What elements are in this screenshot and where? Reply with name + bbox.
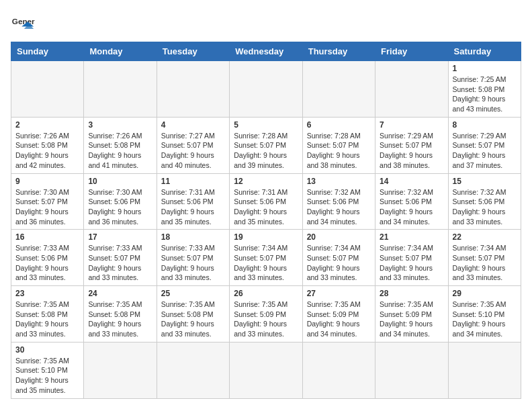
- calendar-cell-5-4: [302, 342, 375, 398]
- day-info: Sunrise: 7:27 AM Sunset: 5:07 PM Dayligh…: [161, 131, 225, 171]
- calendar-cell-3-3: 19Sunrise: 7:34 AM Sunset: 5:07 PM Dayli…: [230, 230, 302, 286]
- calendar-week-row-1: 2Sunrise: 7:26 AM Sunset: 5:08 PM Daylig…: [11, 117, 521, 173]
- calendar-cell-1-1: 3Sunrise: 7:26 AM Sunset: 5:08 PM Daylig…: [84, 117, 157, 173]
- day-info: Sunrise: 7:35 AM Sunset: 5:09 PM Dayligh…: [234, 300, 298, 339]
- calendar-cell-4-1: 24Sunrise: 7:35 AM Sunset: 5:08 PM Dayli…: [84, 286, 157, 342]
- day-info: Sunrise: 7:26 AM Sunset: 5:08 PM Dayligh…: [15, 131, 79, 171]
- day-number: 19: [234, 232, 298, 242]
- weekday-header-saturday: Saturday: [448, 42, 521, 61]
- day-number: 16: [15, 232, 79, 242]
- calendar-cell-1-5: 7Sunrise: 7:29 AM Sunset: 5:07 PM Daylig…: [375, 117, 448, 173]
- day-info: Sunrise: 7:35 AM Sunset: 5:10 PM Dayligh…: [15, 356, 79, 396]
- day-info: Sunrise: 7:35 AM Sunset: 5:09 PM Dayligh…: [380, 300, 443, 339]
- calendar-cell-3-6: 22Sunrise: 7:34 AM Sunset: 5:07 PM Dayli…: [448, 230, 521, 286]
- day-number: 20: [307, 232, 371, 242]
- generalblue-logo-icon: General: [11, 11, 35, 35]
- day-info: Sunrise: 7:28 AM Sunset: 5:07 PM Dayligh…: [234, 131, 298, 171]
- day-info: Sunrise: 7:29 AM Sunset: 5:07 PM Dayligh…: [453, 131, 517, 171]
- calendar-cell-4-6: 29Sunrise: 7:35 AM Sunset: 5:10 PM Dayli…: [448, 286, 521, 342]
- calendar-cell-0-5: [375, 61, 448, 118]
- day-number: 22: [453, 232, 517, 242]
- day-number: 25: [161, 289, 225, 298]
- day-info: Sunrise: 7:31 AM Sunset: 5:06 PM Dayligh…: [161, 187, 225, 227]
- day-number: 21: [380, 232, 443, 242]
- calendar-cell-1-4: 6Sunrise: 7:28 AM Sunset: 5:07 PM Daylig…: [302, 117, 375, 173]
- day-info: Sunrise: 7:35 AM Sunset: 5:10 PM Dayligh…: [453, 300, 517, 339]
- calendar-cell-2-3: 12Sunrise: 7:31 AM Sunset: 5:06 PM Dayli…: [230, 173, 302, 230]
- day-info: Sunrise: 7:32 AM Sunset: 5:06 PM Dayligh…: [380, 187, 443, 227]
- day-info: Sunrise: 7:29 AM Sunset: 5:07 PM Dayligh…: [380, 131, 443, 171]
- calendar-cell-5-6: [448, 342, 521, 398]
- day-number: 2: [15, 120, 79, 130]
- calendar-cell-0-0: [11, 61, 84, 118]
- day-number: 3: [88, 120, 152, 130]
- weekday-header-sunday: Sunday: [11, 42, 84, 61]
- calendar-cell-3-4: 20Sunrise: 7:34 AM Sunset: 5:07 PM Dayli…: [302, 230, 375, 286]
- calendar-cell-3-0: 16Sunrise: 7:33 AM Sunset: 5:06 PM Dayli…: [11, 230, 84, 286]
- calendar-cell-5-5: [375, 342, 448, 398]
- day-number: 8: [453, 120, 517, 130]
- calendar-cell-3-1: 17Sunrise: 7:33 AM Sunset: 5:07 PM Dayli…: [84, 230, 157, 286]
- day-number: 6: [307, 120, 371, 130]
- calendar-cell-0-3: [230, 61, 302, 118]
- day-info: Sunrise: 7:33 AM Sunset: 5:06 PM Dayligh…: [15, 243, 79, 283]
- day-number: 4: [161, 120, 225, 130]
- day-info: Sunrise: 7:32 AM Sunset: 5:06 PM Dayligh…: [453, 187, 517, 227]
- calendar-cell-2-6: 15Sunrise: 7:32 AM Sunset: 5:06 PM Dayli…: [448, 173, 521, 230]
- day-info: Sunrise: 7:32 AM Sunset: 5:06 PM Dayligh…: [307, 187, 371, 227]
- calendar-cell-0-6: 1Sunrise: 7:25 AM Sunset: 5:08 PM Daylig…: [448, 61, 521, 118]
- calendar-cell-1-6: 8Sunrise: 7:29 AM Sunset: 5:07 PM Daylig…: [448, 117, 521, 173]
- calendar-cell-4-5: 28Sunrise: 7:35 AM Sunset: 5:09 PM Dayli…: [375, 286, 448, 342]
- calendar-cell-4-2: 25Sunrise: 7:35 AM Sunset: 5:08 PM Dayli…: [157, 286, 229, 342]
- calendar-cell-1-0: 2Sunrise: 7:26 AM Sunset: 5:08 PM Daylig…: [11, 117, 84, 173]
- day-number: 24: [88, 289, 152, 298]
- day-number: 9: [15, 177, 79, 186]
- day-info: Sunrise: 7:33 AM Sunset: 5:07 PM Dayligh…: [88, 243, 152, 283]
- day-info: Sunrise: 7:35 AM Sunset: 5:08 PM Dayligh…: [88, 300, 152, 339]
- day-number: 5: [234, 120, 298, 130]
- day-info: Sunrise: 7:30 AM Sunset: 5:06 PM Dayligh…: [88, 187, 152, 227]
- day-info: Sunrise: 7:25 AM Sunset: 5:08 PM Dayligh…: [453, 75, 517, 114]
- calendar-cell-4-0: 23Sunrise: 7:35 AM Sunset: 5:08 PM Dayli…: [11, 286, 84, 342]
- day-info: Sunrise: 7:35 AM Sunset: 5:08 PM Dayligh…: [161, 300, 225, 339]
- day-info: Sunrise: 7:34 AM Sunset: 5:07 PM Dayligh…: [234, 243, 298, 283]
- day-info: Sunrise: 7:30 AM Sunset: 5:07 PM Dayligh…: [15, 187, 79, 227]
- calendar-cell-2-2: 11Sunrise: 7:31 AM Sunset: 5:06 PM Dayli…: [157, 173, 229, 230]
- day-number: 14: [380, 177, 443, 186]
- weekday-header-friday: Friday: [375, 42, 448, 61]
- calendar-cell-1-2: 4Sunrise: 7:27 AM Sunset: 5:07 PM Daylig…: [157, 117, 229, 173]
- calendar-cell-2-4: 13Sunrise: 7:32 AM Sunset: 5:06 PM Dayli…: [302, 173, 375, 230]
- calendar-cell-0-4: [302, 61, 375, 118]
- calendar-cell-2-5: 14Sunrise: 7:32 AM Sunset: 5:06 PM Dayli…: [375, 173, 448, 230]
- day-number: 17: [88, 232, 152, 242]
- day-number: 10: [88, 177, 152, 186]
- calendar-cell-5-1: [84, 342, 157, 398]
- calendar-week-row-4: 23Sunrise: 7:35 AM Sunset: 5:08 PM Dayli…: [11, 286, 521, 342]
- calendar-cell-2-1: 10Sunrise: 7:30 AM Sunset: 5:06 PM Dayli…: [84, 173, 157, 230]
- calendar-cell-4-4: 27Sunrise: 7:35 AM Sunset: 5:09 PM Dayli…: [302, 286, 375, 342]
- day-number: 18: [161, 232, 225, 242]
- day-number: 28: [380, 289, 443, 298]
- day-number: 12: [234, 177, 298, 186]
- calendar-cell-0-1: [84, 61, 157, 118]
- calendar-cell-3-5: 21Sunrise: 7:34 AM Sunset: 5:07 PM Dayli…: [375, 230, 448, 286]
- calendar-cell-5-0: 30Sunrise: 7:35 AM Sunset: 5:10 PM Dayli…: [11, 342, 84, 398]
- day-number: 1: [453, 64, 517, 73]
- day-info: Sunrise: 7:31 AM Sunset: 5:06 PM Dayligh…: [234, 187, 298, 227]
- day-number: 11: [161, 177, 225, 186]
- weekday-header-thursday: Thursday: [302, 42, 375, 61]
- calendar-cell-5-3: [230, 342, 302, 398]
- calendar-cell-5-2: [157, 342, 229, 398]
- calendar-cell-4-3: 26Sunrise: 7:35 AM Sunset: 5:09 PM Dayli…: [230, 286, 302, 342]
- day-info: Sunrise: 7:33 AM Sunset: 5:07 PM Dayligh…: [161, 243, 225, 283]
- weekday-header-row: SundayMondayTuesdayWednesdayThursdayFrid…: [11, 42, 521, 61]
- calendar-table: SundayMondayTuesdayWednesdayThursdayFrid…: [11, 42, 521, 399]
- day-number: 27: [307, 289, 371, 298]
- day-info: Sunrise: 7:34 AM Sunset: 5:07 PM Dayligh…: [307, 243, 371, 283]
- day-number: 23: [15, 289, 79, 298]
- day-number: 15: [453, 177, 517, 186]
- calendar-cell-1-3: 5Sunrise: 7:28 AM Sunset: 5:07 PM Daylig…: [230, 117, 302, 173]
- svg-text:General: General: [12, 17, 35, 26]
- calendar-week-row-3: 16Sunrise: 7:33 AM Sunset: 5:06 PM Dayli…: [11, 230, 521, 286]
- header: General: [11, 11, 521, 35]
